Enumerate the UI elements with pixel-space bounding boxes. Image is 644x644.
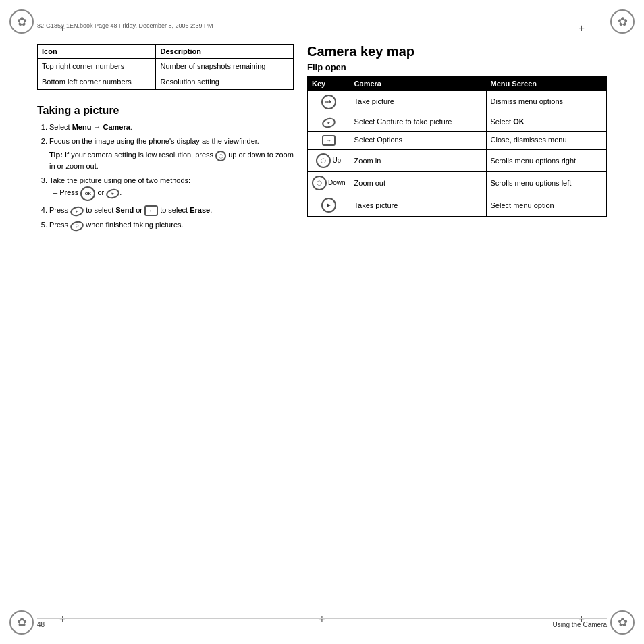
table-row: ▶ Takes picture Select menu option (308, 194, 607, 217)
dismiss-arrow-icon: → (322, 135, 336, 146)
step-3-sub-item: Press ok or ▸. (53, 186, 294, 201)
header-text: 82-G1859-1EN.book Page 48 Friday, Decemb… (37, 22, 213, 29)
down-label: Down (328, 178, 346, 188)
bottom-left-gear-icon: ✿ (9, 610, 34, 635)
camera-action-cell: Takes picture (350, 194, 486, 217)
table-row: ok Take picture Dismiss menu options (308, 91, 607, 113)
description-col-header: Description (156, 45, 294, 59)
camera-bold: Camera (103, 123, 130, 131)
camera-col-header: Camera (350, 77, 486, 91)
key-cell: ▶ (308, 194, 350, 217)
up-nav-cell: ◯ Up (316, 153, 341, 168)
step-3: Take the picture using one of two method… (49, 176, 294, 200)
right-column: Camera key map Flip open Key Camera Menu… (307, 44, 607, 217)
page-footer: 48 Using the Camera (37, 618, 607, 630)
key-cell: ◯ Up (308, 150, 350, 172)
camera-action-cell: Zoom out (350, 172, 486, 194)
camera-action-cell: Take picture (350, 91, 486, 113)
main-content: Icon Description Top right corner number… (37, 44, 607, 603)
tip-block: Tip: If your camera setting is low resol… (49, 150, 294, 172)
table-row: Bottom left corner numbers Resolution se… (38, 74, 294, 90)
step-2: Focus on the image using the phone's dis… (49, 136, 294, 171)
top-left-gear-icon: ✿ (9, 9, 34, 34)
capture-oval-icon: ▸ (321, 117, 336, 130)
menu-screen-col-header: Menu Screen (486, 77, 606, 91)
ok-btn-icon: ok (80, 186, 95, 201)
footer-section-title: Using the Camera (552, 621, 607, 628)
key-cell: → (308, 131, 350, 149)
icon-description-table: Icon Description Top right corner number… (37, 44, 294, 90)
key-cell: ▸ (308, 113, 350, 132)
end-btn-icon: ⚐ (70, 220, 85, 233)
camera-action-cell: Select Options (350, 131, 486, 149)
menu-bold: Menu (72, 123, 92, 131)
description-cell: Resolution setting (156, 74, 294, 90)
nav-down-icon: ◯ (312, 176, 327, 190)
bottom-right-gear-icon: ✿ (610, 610, 635, 635)
erase-bold: Erase (190, 206, 210, 214)
key-cell: ◯ Down (308, 172, 350, 194)
camera-table-header-row: Key Camera Menu Screen (308, 77, 607, 91)
camera-circle-icon: ▶ (321, 198, 336, 213)
send-bold: Send (115, 206, 134, 214)
table-row: → Select Options Close, dismisses menu (308, 131, 607, 149)
table-row: Top right corner numbers Number of snaps… (38, 59, 294, 74)
tip-label: Tip: (49, 151, 63, 159)
send-btn-icon: ▸ (70, 205, 85, 217)
menu-screen-cell: Scrolls menu options right (486, 150, 606, 172)
key-col-header: Key (308, 77, 350, 91)
page-number: 48 (37, 621, 45, 628)
up-label: Up (332, 156, 341, 165)
menu-screen-cell: Scrolls menu options left (486, 172, 606, 194)
step-3-sub: Press ok or ▸. (49, 186, 294, 201)
menu-screen-cell: Select menu option (486, 194, 606, 217)
menu-screen-cell: Select OK (486, 113, 606, 132)
table-row: ◯ Down Zoom out Scrolls menu options lef… (308, 172, 607, 194)
step-5: Press ⚐ when finished taking pictures. (49, 220, 294, 231)
icon-col-header: Icon (38, 45, 156, 59)
description-cell: Number of snapshots remaining (156, 59, 294, 74)
tip-text: If your camera setting is low resolution… (65, 151, 215, 159)
capture-btn-icon: ▸ (105, 188, 121, 200)
ok-circle-icon: ok (321, 95, 336, 109)
steps-list: Select Menu → Camera. Focus on the image… (37, 122, 294, 231)
top-right-gear-icon: ✿ (610, 9, 635, 34)
taking-picture-title: Taking a picture (37, 105, 294, 117)
camera-action-cell: Select Capture to take picture (350, 113, 486, 132)
camera-action-cell: Zoom in (350, 150, 486, 172)
table-row: ◯ Up Zoom in Scrolls menu options right (308, 150, 607, 172)
nav-icon-inline: ◯ (215, 151, 226, 161)
menu-screen-cell: Dismiss menu options (486, 91, 606, 113)
flip-open-subtitle: Flip open (307, 62, 607, 72)
step-4: Press ▸ to select Send or ← to select Er… (49, 205, 294, 216)
ok-bold: OK (513, 117, 525, 126)
key-cell: ok (308, 91, 350, 113)
down-nav-cell: ◯ Down (312, 176, 346, 190)
menu-screen-cell: Close, dismisses menu (486, 131, 606, 149)
icon-cell: Top right corner numbers (38, 59, 156, 74)
icon-cell: Bottom left corner numbers (38, 74, 156, 90)
header-bar: 82-G1859-1EN.book Page 48 Friday, Decemb… (37, 19, 607, 32)
camera-key-map-table: Key Camera Menu Screen ok Take picture D… (307, 76, 607, 217)
camera-key-map-title: Camera key map (307, 44, 607, 59)
step-1: Select Menu → Camera. (49, 122, 294, 132)
table-row: ▸ Select Capture to take picture Select … (308, 113, 607, 132)
erase-btn-icon: ← (144, 205, 158, 216)
nav-up-icon: ◯ (316, 153, 331, 168)
left-column: Icon Description Top right corner number… (37, 44, 294, 235)
